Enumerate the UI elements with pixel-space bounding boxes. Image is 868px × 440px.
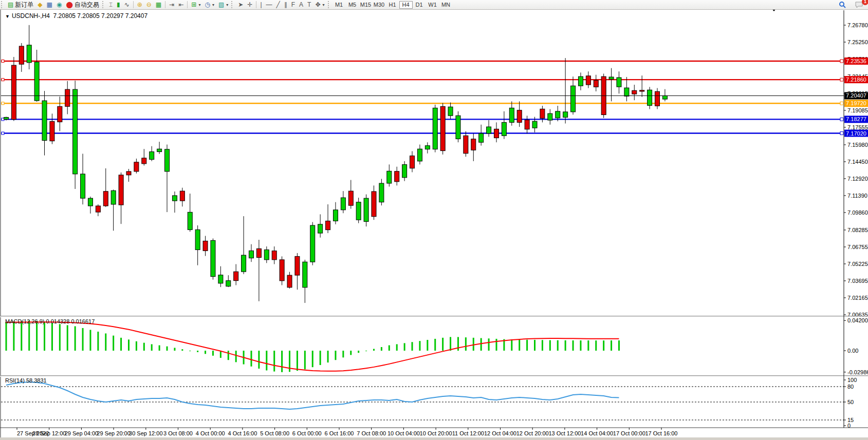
zoom-in-icon: ⊕ [137, 1, 142, 9]
candle [594, 80, 598, 87]
time-label: 6 Oct 16:00 [325, 430, 354, 436]
price-tick-label: 7.12920 [847, 176, 868, 182]
horizontal-line-icon: — [266, 1, 272, 9]
horizontal-line-button[interactable]: — [264, 1, 274, 9]
tab-timeframe-d1[interactable]: D1 [413, 1, 426, 9]
zoom-out-button[interactable]: ⊖ [144, 1, 154, 9]
macd-histogram-bar [595, 340, 597, 351]
candle [58, 106, 62, 122]
macd-histogram-bar [297, 351, 298, 371]
auto-scroll-button[interactable]: ⇥ [167, 1, 176, 9]
time-label: 4 Oct 00:00 [196, 430, 225, 436]
line-anchor-handle[interactable] [2, 79, 4, 81]
text-button[interactable]: A [297, 1, 305, 9]
panel-divider[interactable] [0, 376, 868, 376]
crosshair-button[interactable]: ✛ [245, 1, 254, 9]
price-tick-label: 7.15980 [847, 142, 868, 148]
macd-histogram-bar [228, 351, 229, 360]
new-order-icon: ▤ [8, 1, 13, 9]
zoom-in-button[interactable]: ⊕ [135, 1, 144, 9]
candle [662, 95, 667, 99]
tab-timeframe-w1[interactable]: W1 [426, 1, 439, 9]
candle [180, 191, 184, 201]
profile-button[interactable]: ▦ [45, 1, 54, 9]
tab-timeframe-m30[interactable]: M30 [373, 1, 386, 9]
macd-histogram-bar [481, 338, 482, 351]
bar-chart-button[interactable]: ⌶ [107, 1, 115, 9]
macd-histogram-bar [335, 351, 336, 360]
symbol-period-label: USDCNH-,H4 [12, 12, 50, 20]
tab-timeframe-mn[interactable]: MN [439, 1, 453, 9]
line-anchor-handle[interactable] [840, 78, 843, 81]
candlestick-chart-button[interactable]: ▮ [115, 1, 122, 9]
search-icon [839, 1, 846, 8]
indicators-button[interactable]: ⊞▾ [189, 1, 202, 9]
time-label: 28 Sep 12:00 [32, 430, 66, 436]
tile-windows-button[interactable]: ▦ [154, 1, 163, 9]
symbol-dropdown-icon[interactable]: ▼ [5, 14, 10, 19]
template-icon: ▧ [218, 1, 224, 9]
line-anchor-handle[interactable] [840, 102, 843, 105]
channel-button[interactable]: ∥ [282, 1, 289, 9]
panel-divider[interactable] [0, 375, 868, 376]
price-tick-label: 7.03695 [847, 278, 868, 284]
line-anchor-handle[interactable] [2, 60, 4, 62]
candle [417, 149, 422, 161]
panel-divider[interactable] [0, 316, 868, 317]
panel-divider[interactable] [0, 316, 868, 316]
notifications-button[interactable]: 1 [853, 1, 865, 9]
macd-histogram-bar [258, 351, 260, 369]
candle [356, 202, 361, 220]
tab-timeframe-m5[interactable]: M5 [346, 1, 359, 9]
arrows-caret-icon: ▾ [323, 3, 325, 7]
templates-caret-icon: ▾ [226, 3, 228, 7]
candle [617, 78, 621, 87]
tab-timeframe-m15[interactable]: M15 [359, 1, 373, 9]
line-anchor-handle[interactable] [2, 132, 4, 135]
macd-histogram-bar [320, 351, 321, 365]
candle [540, 109, 545, 118]
chart-shift-icon: ⇤ [178, 1, 183, 9]
macd-histogram-bar [143, 343, 145, 351]
new-order-button[interactable]: ▤ 新订单 [6, 1, 35, 9]
candle [586, 76, 590, 85]
chart-shift-button[interactable]: ⇤ [176, 1, 186, 9]
line-anchor-handle[interactable] [2, 102, 4, 105]
auto-scroll-icon: ⇥ [169, 1, 174, 9]
signals-button[interactable]: ◉ [54, 1, 64, 9]
vertical-line-button[interactable]: | [258, 1, 264, 9]
macd-histogram-bar [389, 346, 390, 351]
candle [464, 136, 468, 154]
arrows-button[interactable]: ✥▾ [313, 1, 326, 9]
fibonacci-button[interactable]: F [289, 1, 297, 9]
candle [4, 117, 9, 119]
candle [280, 260, 284, 281]
macd-histogram-bar [59, 324, 61, 351]
macd-histogram-bar [189, 351, 191, 351]
templates-button[interactable]: ▧▾ [216, 1, 230, 9]
candle [226, 281, 231, 286]
rsi-indicator-label: RSI(14) 58.3831 [5, 377, 47, 384]
tab-timeframe-m1[interactable]: M1 [333, 1, 346, 9]
trendline-button[interactable]: ╱ [274, 1, 282, 9]
trendline-icon: ╱ [276, 1, 280, 9]
tab-timeframe-h1[interactable]: H1 [386, 1, 399, 9]
macd-histogram-bar [495, 339, 497, 351]
tab-timeframe-h4[interactable]: H4 [399, 1, 413, 9]
cursor-button[interactable]: ➤ [236, 1, 245, 9]
periods-button[interactable]: ◷▾ [202, 1, 216, 9]
line-anchor-handle[interactable] [840, 118, 843, 121]
cursor-icon: ➤ [238, 1, 243, 9]
chart-wizard-button[interactable]: ◆ [35, 1, 44, 9]
price-chart[interactable]: 7.267807.252507.237207.221457.206157.190… [0, 9, 868, 440]
auto-trading-button[interactable]: ⬤ 自动交易 [64, 1, 101, 9]
candle [333, 210, 338, 221]
toolbar-grip[interactable] [1, 1, 5, 8]
line-anchor-handle[interactable] [840, 60, 843, 63]
text-label-button[interactable]: T [305, 1, 313, 9]
macd-axis-label: 0.042001 [847, 317, 868, 323]
line-anchor-handle[interactable] [840, 132, 843, 135]
candle [571, 86, 576, 112]
search-button[interactable] [837, 1, 848, 9]
line-chart-button[interactable]: ∿ [122, 1, 132, 9]
